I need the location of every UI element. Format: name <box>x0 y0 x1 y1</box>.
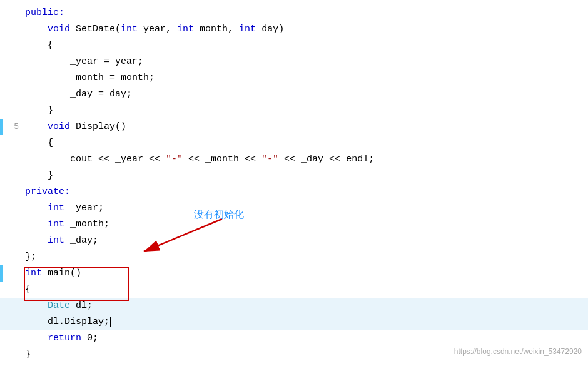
code-line-3: { <box>0 38 588 54</box>
code-line-16: }; <box>0 249 588 265</box>
code-line-2: void SetDate(int year, int month, int da… <box>0 21 588 38</box>
text-cursor <box>110 317 111 327</box>
code-line-15: int _day; <box>0 233 588 249</box>
code-line-10: cout << _year << "-" << _month << "-" <<… <box>0 151 588 168</box>
code-line-14: int _month; <box>0 216 588 233</box>
code-line-9: { <box>0 135 588 151</box>
watermark: https://blog.csdn.net/weixin_53472920 <box>454 343 582 360</box>
code-line-1: public: <box>0 5 588 21</box>
code-line-7: } <box>0 103 588 119</box>
code-line-13: int _year; <box>0 200 588 216</box>
code-line-11: } <box>0 168 588 184</box>
code-line-5: _month = month; <box>0 70 588 86</box>
code-line-18: { <box>0 282 588 298</box>
line-indicator <box>0 119 3 135</box>
code-line-20: dl.Display; <box>0 314 588 330</box>
code-line-19: Date dl; <box>0 298 588 314</box>
code-line-8: 5 void Display() <box>0 119 588 135</box>
code-line-17: int main() <box>0 265 588 282</box>
code-line-6: _day = day; <box>0 86 588 103</box>
code-line-4: _year = year; <box>0 54 588 70</box>
code-line-12: private: <box>0 184 588 200</box>
code-editor: public: void SetDate(int year, int month… <box>0 0 588 366</box>
line-indicator-2 <box>0 265 3 282</box>
